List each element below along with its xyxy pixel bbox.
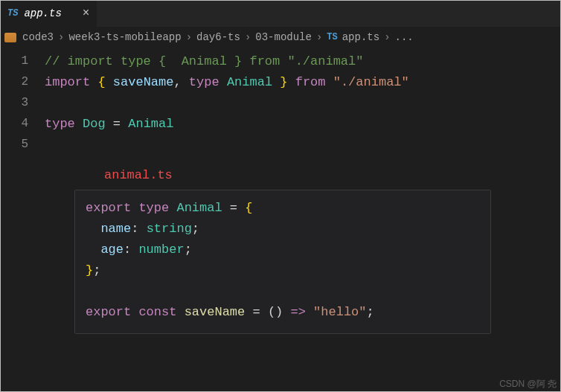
breadcrumb-file[interactable]: app.ts <box>342 31 379 43</box>
line-number: 2 <box>0 75 45 89</box>
line-number: 1 <box>0 54 45 68</box>
folder-icon <box>4 33 16 42</box>
code-line[interactable]: 5 <box>0 134 561 155</box>
code-line[interactable]: 1// import type { Animal } from "./anima… <box>0 51 561 71</box>
code-content[interactable]: type Dog = Animal <box>45 117 173 131</box>
chevron-right-icon: › <box>245 31 251 43</box>
breadcrumb-item[interactable]: 03-module <box>255 31 312 43</box>
code-editor[interactable]: 1// import type { Animal } from "./anima… <box>0 48 561 155</box>
snippet-line: }; <box>86 260 480 281</box>
line-number: 5 <box>0 138 45 151</box>
breadcrumb-item[interactable]: code3 <box>22 31 54 43</box>
typescript-icon: TS <box>327 32 337 42</box>
chevron-right-icon: › <box>186 31 192 43</box>
code-line[interactable]: 2import { saveName, type Animal } from "… <box>0 71 561 92</box>
tab-app-ts[interactable]: TS app.ts × <box>0 0 97 27</box>
breadcrumb-item[interactable]: day6-ts <box>196 31 240 43</box>
snippet-filename: animal.ts <box>104 168 561 182</box>
breadcrumb-item[interactable]: week3-ts-mobileapp <box>68 31 181 43</box>
breadcrumb[interactable]: code3 › week3-ts-mobileapp › day6-ts › 0… <box>0 27 561 48</box>
chevron-right-icon: › <box>58 31 64 43</box>
snippet-line: age: number; <box>86 240 480 260</box>
code-content[interactable]: import { saveName, type Animal } from ".… <box>45 75 409 89</box>
watermark: CSDN @阿 尧 <box>499 378 557 391</box>
close-icon[interactable]: × <box>83 7 90 20</box>
line-number: 4 <box>0 117 45 130</box>
code-content[interactable]: // import type { Animal } from "./animal… <box>45 54 363 68</box>
code-line[interactable]: 4type Dog = Animal <box>0 113 561 134</box>
breadcrumb-more[interactable]: ... <box>395 31 414 43</box>
typescript-icon: TS <box>7 8 18 19</box>
snippet-box: export type Animal = { name: string; age… <box>74 190 491 334</box>
code-line[interactable]: 3 <box>0 92 561 113</box>
snippet-line <box>86 281 480 302</box>
snippet-line: export const saveName = () => "hello"; <box>86 302 480 323</box>
snippet-line: export type Animal = { <box>86 198 480 219</box>
snippet-line: name: string; <box>86 219 480 240</box>
tab-bar: TS app.ts × <box>0 0 561 27</box>
line-number: 3 <box>0 96 45 109</box>
tab-filename: app.ts <box>24 7 61 19</box>
chevron-right-icon: › <box>384 31 390 43</box>
chevron-right-icon: › <box>316 31 322 43</box>
